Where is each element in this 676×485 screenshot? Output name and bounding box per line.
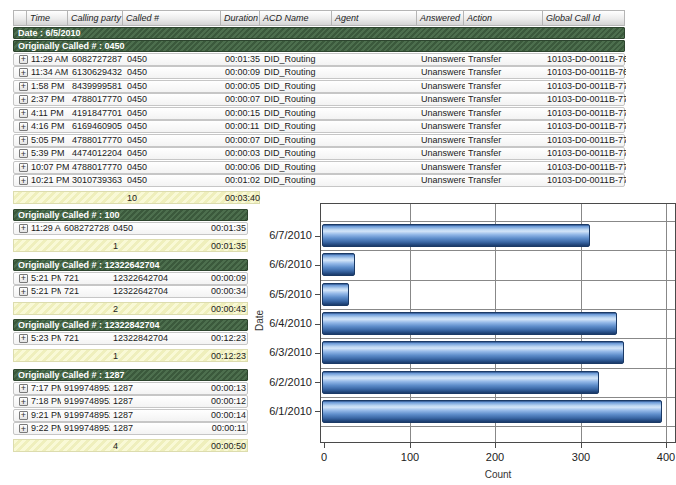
cell-time: 4:11 PM <box>28 108 69 119</box>
table-row[interactable]: +4:16 PM6169460905045000:00:11DID_Routin… <box>13 120 625 133</box>
table-row[interactable]: +7:17 PM9199748952128700:00:13 <box>13 382 248 395</box>
column-header-agent[interactable]: Agent <box>332 10 417 26</box>
cell-time: 5:23 PM <box>28 333 61 344</box>
y-axis-tick <box>315 324 320 325</box>
group-summary-row: 100:12:23 <box>13 349 248 362</box>
cell-duration: 00:00:05 <box>222 81 261 92</box>
table-row[interactable]: +5:39 PM4474012204045000:00:03DID_Routin… <box>13 147 625 160</box>
table-row[interactable]: +10:21 PM3010739363045000:01:02DID_Routi… <box>13 174 625 187</box>
gridline-horizontal <box>321 280 675 281</box>
column-header-action[interactable]: Action <box>464 10 543 26</box>
cell-calling: 6082727287 <box>61 223 110 234</box>
summary-spacer <box>28 350 61 361</box>
cell-acd: DID_Routing <box>261 54 333 65</box>
x-tick-label: 0 <box>304 451 344 463</box>
table-row[interactable]: +4:11 PM4191847701045000:00:15DID_Routin… <box>13 107 625 120</box>
expand-row-button[interactable]: + <box>19 287 28 296</box>
table-row[interactable]: +5:23 PM7211232284270400:12:23 <box>13 332 248 345</box>
cell-global-id: 10103-D0-0011B-76F <box>544 67 626 78</box>
table-row[interactable]: +1:58 PM8439999581045000:00:05DID_Routin… <box>13 80 625 93</box>
expand-row-button[interactable]: + <box>19 334 28 343</box>
cell-called: 12322842704 <box>110 333 205 344</box>
expand-row-button[interactable]: + <box>19 149 28 158</box>
cell-answered: Unanswered <box>418 121 465 132</box>
sub-table-group: Originally Called # : 12322842704+5:23 P… <box>13 318 248 362</box>
table-row[interactable]: +2:37 PM4788017770045000:00:07DID_Routin… <box>13 93 625 106</box>
table-row[interactable]: +11:34 AM6130629432045000:00:09DID_Routi… <box>13 66 625 79</box>
column-header-answered[interactable]: Answered <box>417 10 464 26</box>
table-row[interactable]: +5:21 PM7211232264270400:00:09 <box>13 272 248 285</box>
cell-duration: 00:00:06 <box>222 162 261 173</box>
summary-count: 1 <box>110 350 205 361</box>
cell-acd: DID_Routing <box>261 175 333 186</box>
y-tick-label: 6/6/2010 <box>250 258 312 271</box>
table-row[interactable]: +5:05 PM4788017770045000:00:07DID_Routin… <box>13 134 625 147</box>
y-tick-label: 6/5/2010 <box>250 288 312 301</box>
expand-row-button[interactable]: + <box>19 82 28 91</box>
y-axis-tick <box>315 382 320 383</box>
table-row[interactable]: +7:18 PM9199748952128700:00:12 <box>13 395 248 408</box>
expand-cell: + <box>14 410 28 421</box>
cell-duration: 00:00:11 <box>205 423 249 434</box>
cell-called: 0450 <box>124 148 222 159</box>
expand-cell: + <box>14 423 28 434</box>
expand-row-button[interactable]: + <box>19 397 28 406</box>
expand-row-button[interactable]: + <box>19 384 28 393</box>
expand-row-button[interactable]: + <box>19 411 28 420</box>
cell-called: 0450 <box>110 223 205 234</box>
expand-row-button[interactable]: + <box>19 424 28 433</box>
column-header-acd-name[interactable]: ACD Name <box>260 10 332 26</box>
gridline-horizontal <box>321 338 675 339</box>
chart-bar-6-5-2010 <box>322 283 349 306</box>
table-row[interactable]: +11:29 AM6082727287045000:01:35DID_Routi… <box>13 53 625 66</box>
expand-row-button[interactable]: + <box>19 95 28 104</box>
summary-count: 2 <box>110 303 205 314</box>
cell-duration: 00:00:15 <box>222 108 261 119</box>
expand-row-button[interactable]: + <box>19 55 28 64</box>
x-tick-label: 100 <box>390 451 430 463</box>
cell-calling: 8439999581 <box>69 81 124 92</box>
sub-table-group: Originally Called # : 1287+7:17 PM919974… <box>13 368 248 452</box>
chart-bar-6-2-2010 <box>322 371 599 394</box>
column-header-called[interactable]: Called # <box>123 10 221 26</box>
table-row[interactable]: +9:22 PM9199748952128700:00:11 <box>13 422 248 435</box>
cell-calling: 6130629432 <box>69 67 124 78</box>
expand-cell: + <box>14 333 28 344</box>
table-row[interactable]: +5:21 PM7211232264270400:00:34 <box>13 285 248 298</box>
expand-row-button[interactable]: + <box>19 122 28 131</box>
expand-row-button[interactable]: + <box>19 176 28 185</box>
cell-acd: DID_Routing <box>261 135 333 146</box>
cell-time: 11:29 AM <box>28 223 61 234</box>
cell-time: 1:58 PM <box>28 81 69 92</box>
cell-called: 12322642704 <box>110 286 205 297</box>
column-header-calling-party[interactable]: Calling party # <box>68 10 123 26</box>
expand-row-button[interactable]: + <box>19 68 28 77</box>
chart-bar-6-1-2010 <box>322 400 662 423</box>
chart-plot-area <box>320 203 676 443</box>
expand-cell: + <box>14 54 28 65</box>
column-header-duration[interactable]: Duration <box>221 10 260 26</box>
date-group-band: Date : 6/5/2010 <box>13 27 625 39</box>
cell-duration: 00:00:12 <box>205 396 249 407</box>
expand-row-button[interactable]: + <box>19 136 28 145</box>
cell-time: 5:21 PM <box>28 286 61 297</box>
expand-cell: + <box>14 175 28 186</box>
cell-duration: 00:00:03 <box>222 148 261 159</box>
column-header-time[interactable]: Time <box>27 10 68 26</box>
expand-row-button[interactable]: + <box>19 163 28 172</box>
column-header-blank[interactable] <box>13 10 27 26</box>
x-axis-tick <box>581 443 582 448</box>
summary-spacer <box>28 192 69 203</box>
table-row[interactable]: +10:07 PM4788017770045000:00:06DID_Routi… <box>13 161 625 174</box>
cell-action: Transfer <box>465 67 544 78</box>
expand-row-button[interactable]: + <box>19 109 28 118</box>
column-header-global-call-id[interactable]: Global Call Id <box>543 10 625 26</box>
chart-bar-6-6-2010 <box>322 253 355 276</box>
gridline-horizontal <box>321 397 675 398</box>
table-row[interactable]: +9:21 PM9199748952128700:00:14 <box>13 409 248 422</box>
expand-row-button[interactable]: + <box>19 274 28 283</box>
expand-cell: + <box>14 108 28 119</box>
expand-row-button[interactable]: + <box>19 224 28 233</box>
table-row[interactable]: +11:29 AM6082727287045000:01:35 <box>13 222 248 235</box>
cell-called: 1287 <box>110 396 205 407</box>
